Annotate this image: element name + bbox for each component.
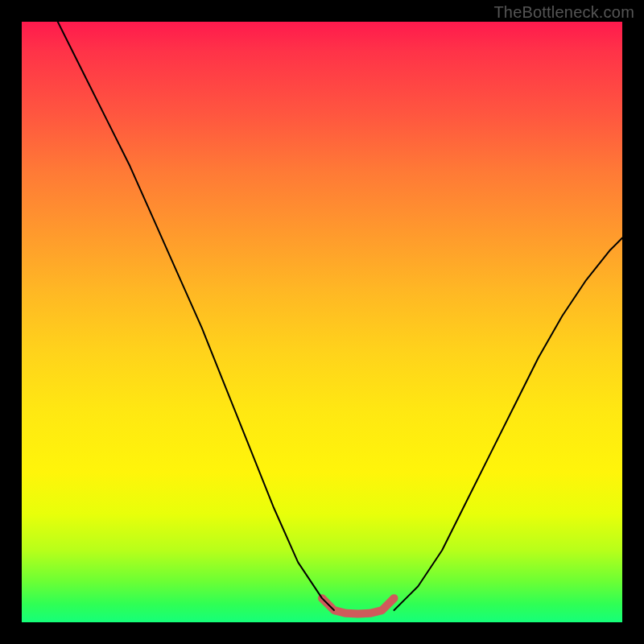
series-flat-highlight (322, 598, 394, 613)
chart-plot-area (22, 22, 622, 622)
chart-svg (22, 22, 622, 622)
watermark-text: TheBottleneck.com (493, 3, 634, 22)
series-curve-left (58, 22, 334, 610)
series-curve-right (394, 238, 622, 611)
